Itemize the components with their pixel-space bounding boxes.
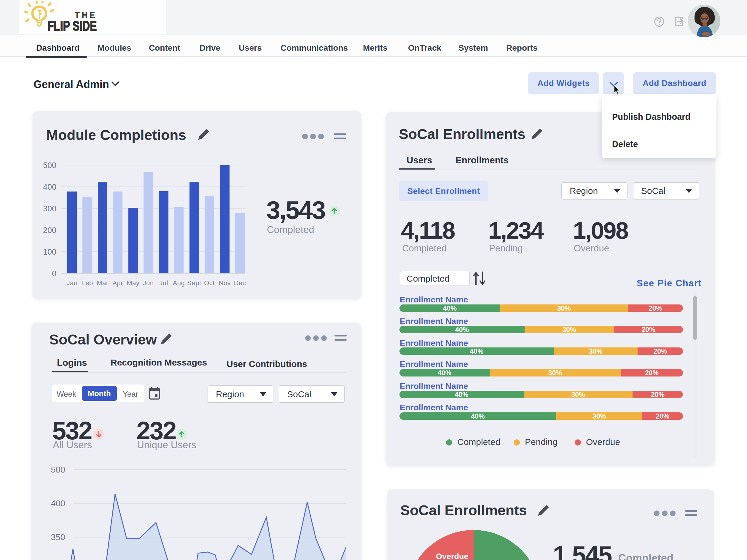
svg-text:300: 300 <box>43 204 56 213</box>
svg-text:200: 200 <box>43 226 56 235</box>
svg-text:500: 500 <box>51 465 65 474</box>
svg-text:350: 350 <box>51 532 65 542</box>
svg-text:Jul: Jul <box>159 279 168 287</box>
svg-text:400: 400 <box>43 183 56 191</box>
svg-text:Feb: Feb <box>81 279 93 287</box>
svg-text:May: May <box>127 279 139 287</box>
svg-text:Nov: Nov <box>219 279 231 287</box>
svg-text:Dec: Dec <box>234 279 246 287</box>
svg-text:Apr: Apr <box>112 279 123 287</box>
svg-text:Mar: Mar <box>97 279 108 287</box>
svg-text:Jan: Jan <box>67 279 78 287</box>
svg-text:Jun: Jun <box>143 279 154 287</box>
svg-text:500: 500 <box>43 161 56 170</box>
svg-text:400: 400 <box>51 499 65 508</box>
svg-text:Aug: Aug <box>173 279 185 287</box>
svg-text:Sept: Sept <box>187 279 201 287</box>
svg-text:100: 100 <box>43 247 56 257</box>
svg-text:Oct: Oct <box>204 279 215 287</box>
svg-text:0: 0 <box>52 269 56 278</box>
